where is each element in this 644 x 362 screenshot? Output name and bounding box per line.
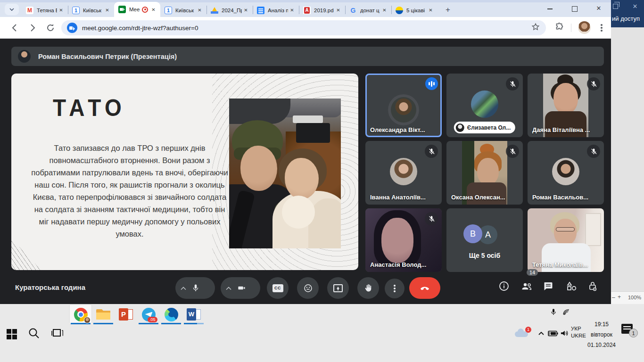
participant-name: Оксана Олексан... xyxy=(451,194,505,201)
close-icon[interactable]: ✕ xyxy=(630,2,640,11)
meeting-details-button[interactable] xyxy=(498,280,510,294)
tab-calendar-2[interactable]: 1 Київськ ✕ xyxy=(160,3,206,17)
presented-slide: ТАТО Тато запизався до лав ТРО з перших … xyxy=(11,74,358,270)
taskbar-chrome-button[interactable] xyxy=(70,305,91,324)
tab-site[interactable]: 5 цікаві ✕ xyxy=(391,3,438,17)
taskbar-word-button[interactable] xyxy=(183,305,205,324)
running-indicator-secondary xyxy=(197,323,204,324)
taskbar-telegram-button[interactable]: .05 xyxy=(138,305,159,324)
activities-button[interactable] xyxy=(566,280,578,294)
camera-options-chevron-icon[interactable] xyxy=(221,284,237,292)
taskbar-explorer-button[interactable] xyxy=(92,305,114,324)
close-icon[interactable]: ✕ xyxy=(334,6,342,14)
tab-google-search[interactable]: G донат ц ✕ xyxy=(345,3,391,17)
mic-button[interactable] xyxy=(175,277,215,299)
new-tab-button[interactable]: + xyxy=(442,4,454,16)
end-call-button[interactable] xyxy=(409,277,440,299)
tile-dayana[interactable]: Даяна Віталіївна ... xyxy=(528,74,604,137)
taskbar-powerpoint-button[interactable] xyxy=(115,305,137,324)
mic-off-icon xyxy=(587,77,600,90)
close-icon[interactable]: ✕ xyxy=(103,6,111,14)
search-icon[interactable] xyxy=(27,327,41,342)
battery-icon[interactable] xyxy=(548,330,558,338)
zoom-out-button[interactable]: – xyxy=(612,294,615,301)
close-icon[interactable]: ✕ xyxy=(196,6,204,14)
participant-name-pill: Єлизавета Ол... xyxy=(454,122,515,133)
tile-ivanna[interactable]: Іванна Анатоліїв... xyxy=(365,141,442,205)
calendar-icon: 1 xyxy=(165,7,172,14)
participant-name: Олександра Вікт... xyxy=(370,126,425,133)
tray-mic-icon[interactable] xyxy=(550,308,557,318)
edge-icon xyxy=(165,308,178,321)
tray-chevron-up-icon[interactable] xyxy=(538,330,545,338)
close-icon[interactable]: ✕ xyxy=(149,6,157,14)
host-controls-button[interactable] xyxy=(587,280,598,294)
clock-date: 01.10.2024 xyxy=(584,340,619,350)
close-icon[interactable]: ✕ xyxy=(57,6,65,14)
captions-button[interactable]: CC xyxy=(267,277,289,299)
reload-button[interactable] xyxy=(44,22,57,34)
drive-icon xyxy=(211,7,218,14)
close-icon[interactable]: ✕ xyxy=(242,6,250,14)
tile-tetiana[interactable]: Тетяна Миколаїв... xyxy=(528,208,604,272)
back-button[interactable] xyxy=(8,22,21,34)
volume-icon[interactable] xyxy=(560,329,569,339)
tile-yelyzaveta[interactable]: Єлизавета Ол... xyxy=(446,74,523,137)
zoom-in-button[interactable]: + xyxy=(618,294,621,300)
activities-icon xyxy=(566,280,578,292)
more-options-button[interactable] xyxy=(385,279,405,298)
tab-gmail[interactable]: M Тетяна Б ✕ xyxy=(22,3,68,17)
camera-button[interactable] xyxy=(221,277,260,299)
taskbar-edge-button[interactable] xyxy=(160,305,182,324)
tab-title: Тетяна Б xyxy=(37,8,57,13)
address-bar[interactable]: meet.google.com/rdt-jtre-wzf?authuser=0 xyxy=(61,20,546,35)
participants-count-badge: 14 xyxy=(527,269,538,276)
raise-hand-button[interactable] xyxy=(357,277,379,299)
extensions-icon[interactable] xyxy=(554,22,564,34)
mic-options-chevron-icon[interactable] xyxy=(175,284,191,292)
tile-more-people[interactable]: B A Ще 5 осіб xyxy=(446,208,523,272)
browser-menu-icon[interactable] xyxy=(596,22,607,34)
bookmark-star-icon[interactable] xyxy=(531,22,540,33)
forward-button[interactable] xyxy=(26,22,39,34)
tab-meet-active[interactable]: Mee ✕ xyxy=(114,2,160,17)
restore-icon[interactable] xyxy=(613,4,618,9)
task-view-icon[interactable] xyxy=(51,328,63,341)
tile-anastasiia[interactable]: Анастасія Волод... xyxy=(365,208,442,272)
participant-name: Іванна Анатоліїв... xyxy=(370,194,426,201)
presenter-avatar xyxy=(18,50,31,63)
chrome-profile-avatar xyxy=(84,317,91,323)
url-text[interactable]: meet.google.com/rdt-jtre-wzf?authuser=0 xyxy=(82,25,531,32)
tab-search-button[interactable] xyxy=(5,4,19,15)
tab-calendar-1[interactable]: 1 Київськ ✕ xyxy=(68,3,114,17)
meet-site-icon[interactable] xyxy=(67,23,77,33)
taskbar-clock[interactable]: 19:15 вівторок 01.10.2024 xyxy=(584,319,619,350)
tile-roman[interactable]: Роман Васильов... xyxy=(528,141,604,205)
maximize-button[interactable] xyxy=(562,0,586,17)
tab-drive[interactable]: 2024_Пр ✕ xyxy=(206,3,253,17)
close-icon[interactable]: ✕ xyxy=(288,6,296,14)
start-button[interactable] xyxy=(6,328,18,340)
minimize-button[interactable] xyxy=(537,0,562,17)
present-button[interactable] xyxy=(327,277,349,299)
tab-title: Київськ xyxy=(83,8,103,13)
recording-icon xyxy=(142,7,148,13)
participants-button[interactable] xyxy=(520,280,533,294)
profile-avatar[interactable] xyxy=(578,21,591,34)
slide-body-text: Тато запизався до лав ТРО з перших днів … xyxy=(28,142,231,240)
avatar xyxy=(388,94,419,125)
close-icon[interactable]: ✕ xyxy=(380,6,388,14)
tab-pdf[interactable]: 2019.pd ✕ xyxy=(299,3,345,17)
browser-toolbar: meet.google.com/rdt-jtre-wzf?authuser=0 xyxy=(0,17,611,39)
tray-network-icon[interactable] xyxy=(562,308,570,318)
reactions-button[interactable] xyxy=(297,277,319,299)
word-window-sliver[interactable]: ✕ ий доступ – + 100% xyxy=(611,0,644,304)
tile-oleksandra[interactable]: Олександра Вікт... xyxy=(365,74,442,137)
mic-off-icon xyxy=(425,145,438,158)
close-window-button[interactable]: ✕ xyxy=(586,0,611,17)
tab-docs[interactable]: Аналіз п ✕ xyxy=(253,3,299,17)
chat-button[interactable] xyxy=(543,280,554,294)
tile-oksana[interactable]: Оксана Олексан... xyxy=(446,141,523,205)
onedrive-cloud-icon[interactable]: 1 xyxy=(515,329,529,337)
close-icon[interactable]: ✕ xyxy=(427,6,435,14)
